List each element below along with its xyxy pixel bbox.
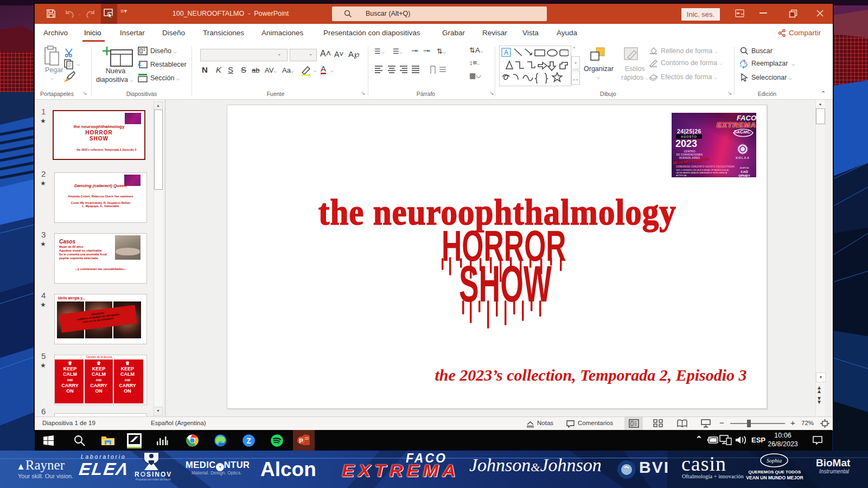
svg-text:A: A — [504, 49, 508, 56]
svg-text:c: c — [740, 63, 742, 68]
svg-text:b: b — [744, 60, 747, 65]
svg-text:Z: Z — [246, 436, 251, 445]
svg-text:Sophia: Sophia — [767, 458, 782, 464]
svg-text:P: P — [299, 438, 303, 444]
